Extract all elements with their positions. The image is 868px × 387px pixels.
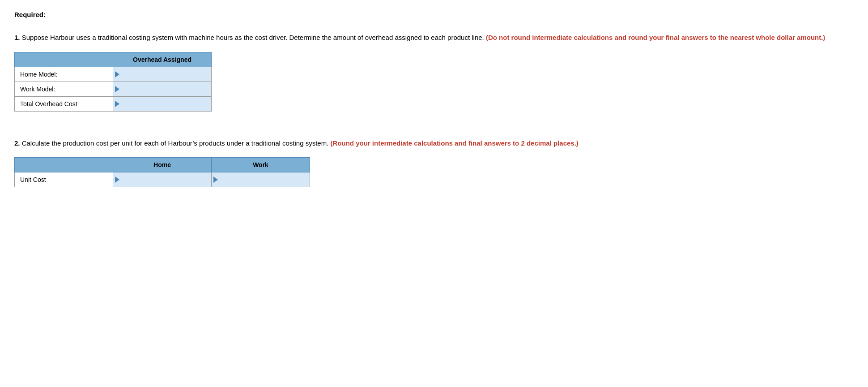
table-row: Work Model:	[15, 82, 212, 96]
table1-row3-input[interactable]	[121, 100, 206, 108]
table1-row1-label: Home Model:	[15, 67, 113, 82]
required-label: Required:	[14, 11, 854, 18]
table1-row3-input-cell[interactable]	[113, 96, 212, 111]
table2-row1-home-input[interactable]	[121, 176, 206, 183]
table-row: Home Model:	[15, 67, 212, 82]
table2-header-home: Home	[113, 158, 212, 172]
question2-text-red: (Round your intermediate calculations an…	[331, 139, 579, 147]
table2-row1-work-input[interactable]	[220, 176, 304, 183]
question2-text: 2. Calculate the production cost per uni…	[14, 138, 854, 149]
table1-row2-input-cell[interactable]	[113, 82, 212, 96]
table1-row2-label: Work Model:	[15, 82, 113, 96]
table2-row1-input2-cell[interactable]	[212, 172, 310, 187]
table-row: Total Overhead Cost	[15, 96, 212, 111]
question1-block: 1. Suppose Harbour uses a traditional co…	[14, 33, 854, 112]
table1-row2-input[interactable]	[121, 86, 206, 93]
table1-row1-input[interactable]	[121, 71, 206, 78]
table1-row1-input-cell[interactable]	[113, 67, 212, 82]
table-row: Unit Cost	[15, 172, 310, 187]
question1-number: 1.	[14, 34, 20, 41]
table2-header-work: Work	[212, 158, 310, 172]
question2-block: 2. Calculate the production cost per uni…	[14, 138, 854, 188]
question1-text: 1. Suppose Harbour uses a traditional co…	[14, 33, 854, 43]
question2-text-plain: Calculate the production cost per unit f…	[22, 139, 329, 147]
question2-table: Home Work Unit Cost	[14, 157, 310, 187]
table1-header-empty	[15, 52, 113, 67]
table2-row1-input1-cell[interactable]	[113, 172, 212, 187]
question1-text-plain: Suppose Harbour uses a traditional costi…	[22, 34, 484, 41]
table2-row1-label: Unit Cost	[15, 172, 113, 187]
question1-text-red: (Do not round intermediate calculations …	[486, 34, 825, 41]
table2-header-empty	[15, 158, 113, 172]
question2-number: 2.	[14, 139, 20, 147]
required-header: Required:	[14, 11, 854, 18]
table1-row3-label: Total Overhead Cost	[15, 96, 113, 111]
question1-table: Overhead Assigned Home Model: Work Model…	[14, 52, 212, 112]
table1-header-overhead: Overhead Assigned	[113, 52, 212, 67]
